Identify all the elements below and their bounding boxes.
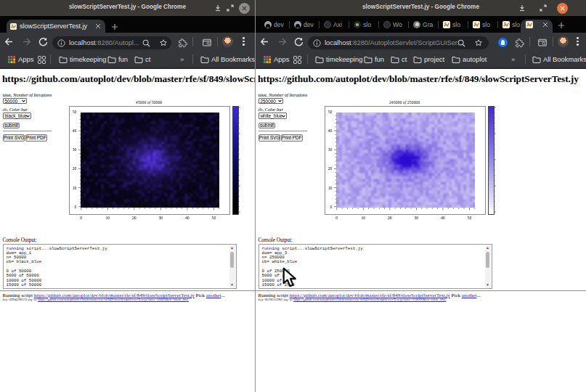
svg-text:40: 40: [184, 216, 189, 220]
svg-text:50: 50: [72, 110, 76, 114]
svg-text:10: 10: [327, 186, 332, 190]
svg-text:0: 0: [335, 216, 338, 220]
svg-text:0: 0: [80, 216, 82, 220]
svg-text:10: 10: [361, 216, 365, 220]
svg-text:50: 50: [327, 110, 332, 114]
svg-text:40: 40: [440, 216, 444, 220]
svg-text:30: 30: [414, 216, 418, 220]
svg-text:0: 0: [330, 205, 332, 209]
svg-text:20: 20: [327, 166, 332, 171]
svg-text:20: 20: [72, 166, 76, 171]
svg-text:30: 30: [327, 147, 332, 152]
svg-text:50: 50: [211, 216, 216, 220]
svg-text:20: 20: [131, 216, 136, 220]
svg-text:0: 0: [74, 205, 76, 209]
svg-text:50: 50: [467, 216, 471, 220]
svg-text:40: 40: [72, 128, 76, 133]
svg-text:30: 30: [72, 147, 76, 152]
svg-text:20: 20: [387, 216, 391, 220]
svg-text:40: 40: [327, 128, 332, 133]
svg-text:10: 10: [105, 216, 110, 220]
svg-text:30: 30: [158, 216, 163, 220]
svg-text:10: 10: [72, 186, 76, 190]
